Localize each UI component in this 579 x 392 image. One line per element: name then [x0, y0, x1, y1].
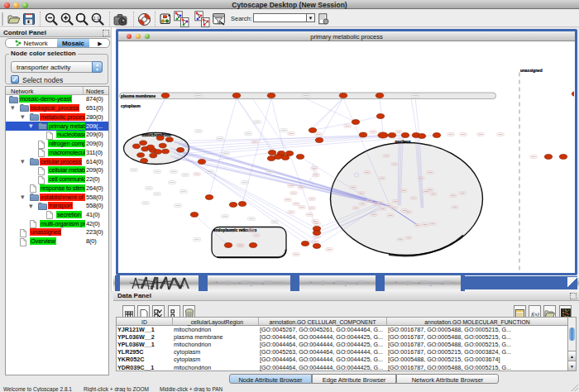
svg-text:cytoplasm: cytoplasm — [121, 104, 141, 108]
svg-text:nucleus: nucleus — [395, 139, 411, 144]
svg-text:mitochondrion: mitochondrion — [142, 132, 171, 137]
svg-text:plasma membrane: plasma membrane — [121, 94, 156, 98]
svg-text:unassigned: unassigned — [520, 69, 543, 73]
svg-text:1:1: 1:1 — [93, 16, 99, 21]
